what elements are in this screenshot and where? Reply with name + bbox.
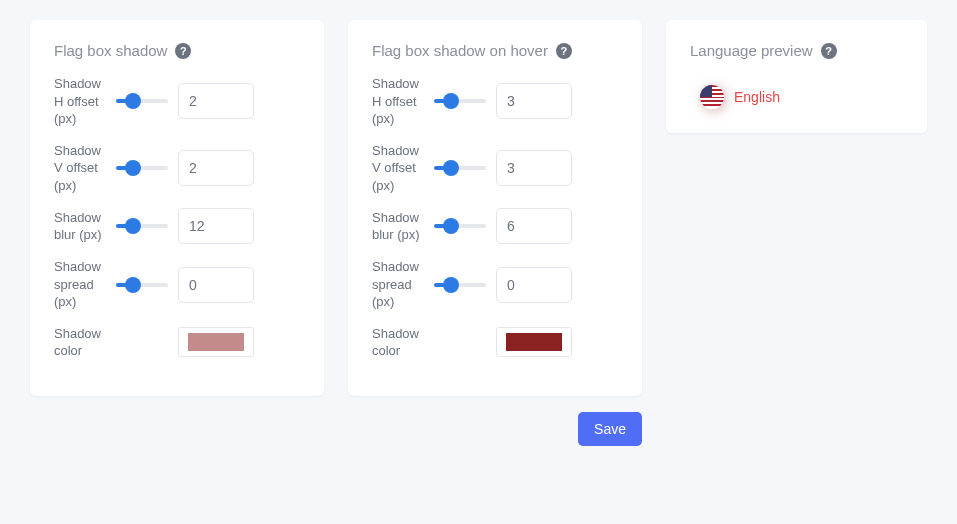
- shadow-spread-slider[interactable]: [116, 280, 168, 290]
- shadow-spread-input[interactable]: [178, 267, 254, 303]
- shadow-color-swatch: [506, 333, 562, 351]
- language-preview: English: [690, 75, 903, 111]
- shadow-h-offset-slider[interactable]: [434, 96, 486, 106]
- shadow-blur-slider[interactable]: [116, 221, 168, 231]
- shadow-color-swatch: [188, 333, 244, 351]
- shadow-blur-label: Shadow blur (px): [372, 209, 424, 244]
- shadow-spread-label: Shadow spread (px): [54, 258, 106, 311]
- shadow-blur-input[interactable]: [178, 208, 254, 244]
- flag-icon: [700, 85, 724, 109]
- shadow-v-offset-label: Shadow V offset (px): [372, 142, 424, 195]
- shadow-v-offset-input[interactable]: [496, 150, 572, 186]
- flag-shadow-hover-panel: Flag box shadow on hover ? Shadow H offs…: [348, 20, 642, 396]
- shadow-h-offset-slider[interactable]: [116, 96, 168, 106]
- panel-title: Flag box shadow: [54, 42, 167, 59]
- shadow-blur-label: Shadow blur (px): [54, 209, 106, 244]
- help-icon[interactable]: ?: [556, 43, 572, 59]
- panel-title: Language preview: [690, 42, 813, 59]
- shadow-color-label: Shadow color: [54, 325, 106, 360]
- shadow-v-offset-slider[interactable]: [434, 163, 486, 173]
- shadow-spread-slider[interactable]: [434, 280, 486, 290]
- panel-title: Flag box shadow on hover: [372, 42, 548, 59]
- help-icon[interactable]: ?: [175, 43, 191, 59]
- shadow-spread-input[interactable]: [496, 267, 572, 303]
- shadow-v-offset-slider[interactable]: [116, 163, 168, 173]
- save-button[interactable]: Save: [578, 412, 642, 446]
- shadow-h-offset-label: Shadow H offset (px): [372, 75, 424, 128]
- shadow-spread-label: Shadow spread (px): [372, 258, 424, 311]
- shadow-v-offset-label: Shadow V offset (px): [54, 142, 106, 195]
- shadow-color-label: Shadow color: [372, 325, 424, 360]
- shadow-blur-input[interactable]: [496, 208, 572, 244]
- shadow-color-picker[interactable]: [178, 327, 254, 357]
- language-name: English: [734, 89, 780, 105]
- flag-shadow-panel: Flag box shadow ? Shadow H offset (px) S…: [30, 20, 324, 396]
- shadow-blur-slider[interactable]: [434, 221, 486, 231]
- shadow-color-picker[interactable]: [496, 327, 572, 357]
- shadow-h-offset-input[interactable]: [178, 83, 254, 119]
- shadow-h-offset-label: Shadow H offset (px): [54, 75, 106, 128]
- shadow-v-offset-input[interactable]: [178, 150, 254, 186]
- shadow-h-offset-input[interactable]: [496, 83, 572, 119]
- language-preview-panel: Language preview ? English: [666, 20, 927, 133]
- help-icon[interactable]: ?: [821, 43, 837, 59]
